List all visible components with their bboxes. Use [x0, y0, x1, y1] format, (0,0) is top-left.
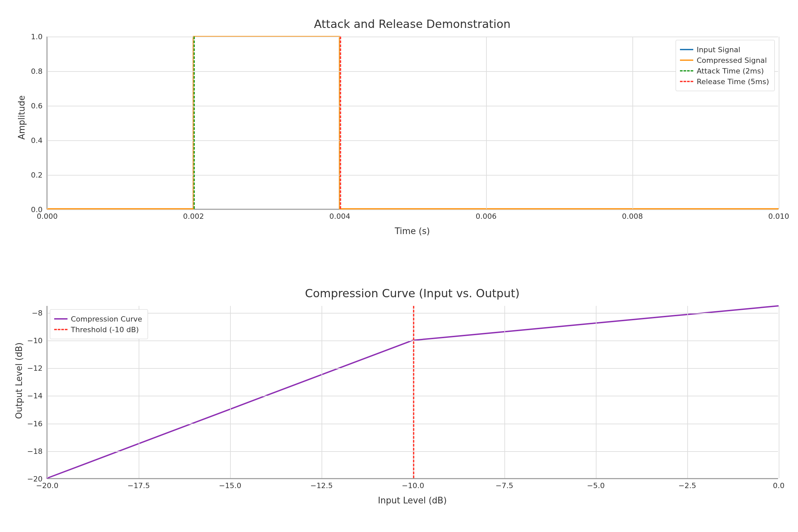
y-axis-label: Output Level (dB): [14, 342, 24, 419]
legend-label: Release Time (5ms): [697, 77, 769, 86]
legend-label: Compressed Signal: [697, 56, 767, 64]
plot-area: −20.0−17.5−15.0−12.5−10.0−7.5−5.0−2.50.0…: [46, 306, 778, 479]
grid-line: [47, 451, 778, 452]
x-tick-label: 0.0: [773, 478, 785, 490]
x-tick-label: 0.002: [183, 209, 204, 221]
grid-line: [47, 341, 778, 341]
legend-entry: Compressed Signal: [680, 55, 769, 65]
grid-line: [47, 479, 778, 479]
series-line: [47, 37, 778, 209]
x-tick-label: −10.0: [402, 478, 424, 490]
legend-entry: Compression Curve: [54, 314, 142, 324]
legend-entry: Input Signal: [680, 44, 769, 55]
line-plot-svg: [47, 37, 778, 209]
x-tick-label: 0.008: [622, 209, 643, 221]
y-tick-label: 0.6: [31, 102, 47, 110]
y-tick-label: 0.4: [31, 136, 47, 145]
legend-swatch-icon: [54, 329, 68, 330]
legend-entry: Release Time (5ms): [680, 76, 769, 87]
y-tick-label: −12: [27, 364, 47, 373]
grid-line: [47, 140, 778, 141]
grid-line: [505, 306, 505, 478]
y-tick-label: −20: [27, 475, 47, 483]
legend: Input Signal Compressed Signal Attack Ti…: [676, 40, 775, 91]
chart-title: Compression Curve (Input vs. Output): [46, 287, 778, 300]
series-line: [47, 306, 778, 478]
x-tick-label: −17.5: [127, 478, 150, 490]
x-tick-label: 0.010: [768, 209, 790, 221]
grid-line: [47, 424, 778, 424]
panel-compression-curve: Compression Curve (Input vs. Output) −20…: [46, 289, 778, 515]
grid-line: [47, 306, 48, 478]
y-tick-label: 1.0: [31, 33, 47, 41]
y-tick-label: −18: [27, 447, 47, 455]
grid-line: [47, 209, 778, 210]
threshold-line: [340, 37, 341, 209]
grid-line: [47, 313, 778, 314]
legend-swatch-icon: [680, 59, 693, 61]
panel-attack-release: Attack and Release Demonstration 0.0000.…: [46, 20, 778, 246]
series-line: [47, 37, 778, 209]
y-tick-label: −16: [27, 419, 47, 428]
x-tick-label: −15.0: [219, 478, 241, 490]
legend-swatch-icon: [54, 318, 68, 320]
y-tick-label: 0.0: [31, 206, 47, 214]
legend-label: Input Signal: [697, 45, 740, 54]
legend-entry: Threshold (-10 dB): [54, 324, 142, 335]
x-axis-label: Time (s): [46, 226, 778, 236]
x-tick-label: −7.5: [495, 478, 513, 490]
x-tick-label: −12.5: [310, 478, 332, 490]
threshold-line: [193, 37, 195, 209]
grid-line: [47, 106, 778, 107]
grid-line: [687, 306, 688, 478]
grid-line: [47, 175, 778, 175]
legend-label: Threshold (-10 dB): [71, 325, 139, 334]
figure: Attack and Release Demonstration 0.0000.…: [0, 0, 798, 532]
grid-line: [779, 37, 779, 209]
x-tick-label: 0.004: [329, 209, 350, 221]
line-plot-svg: [47, 306, 778, 478]
y-tick-label: 0.8: [31, 67, 47, 75]
x-tick-label: −5.0: [587, 478, 605, 490]
legend-swatch-icon: [680, 81, 693, 82]
y-axis-label: Amplitude: [17, 95, 26, 140]
grid-line: [632, 37, 633, 209]
plot-area: 0.0000.0020.0040.0060.0080.0100.00.20.40…: [46, 37, 778, 209]
x-tick-label: −2.5: [678, 478, 696, 490]
grid-line: [47, 37, 48, 209]
grid-line: [47, 368, 778, 369]
chart-title: Attack and Release Demonstration: [46, 17, 778, 31]
legend-label: Compression Curve: [71, 315, 142, 323]
grid-line: [47, 71, 778, 72]
legend: Compression Curve Threshold (-10 dB): [50, 309, 148, 339]
grid-line: [596, 306, 596, 478]
legend-swatch-icon: [680, 49, 693, 50]
grid-line: [47, 396, 778, 396]
grid-line: [47, 37, 778, 37]
legend-label: Attack Time (2ms): [697, 67, 764, 75]
x-axis-label: Input Level (dB): [46, 495, 778, 506]
y-tick-label: −14: [27, 392, 47, 400]
grid-line: [230, 306, 231, 478]
y-tick-label: −8: [32, 308, 47, 317]
x-tick-label: 0.006: [476, 209, 497, 221]
grid-line: [486, 37, 487, 209]
y-tick-label: 0.2: [31, 171, 47, 179]
threshold-line: [413, 306, 414, 478]
legend-swatch-icon: [680, 70, 693, 72]
grid-line: [779, 306, 779, 478]
legend-entry: Attack Time (2ms): [680, 65, 769, 76]
grid-line: [322, 306, 322, 478]
y-tick-label: −10: [27, 337, 47, 345]
